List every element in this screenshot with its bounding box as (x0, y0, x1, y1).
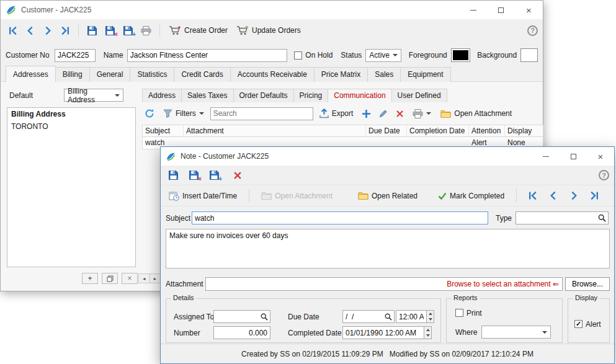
foreground-color-button[interactable] (451, 48, 470, 62)
nav-prev-button[interactable] (546, 190, 561, 202)
tab-credit-cards[interactable]: Credit Cards (174, 67, 230, 82)
help-button[interactable]: ? (599, 170, 609, 180)
col-subject[interactable]: Subject (143, 125, 184, 137)
where-select[interactable] (481, 326, 551, 339)
attachment-input[interactable] (206, 280, 447, 288)
minimize-button[interactable] (459, 1, 487, 19)
assigned-to-input[interactable] (216, 311, 259, 322)
alert-checkbox[interactable] (574, 320, 583, 328)
scroll-right-icon[interactable]: ▸ (150, 274, 161, 283)
time-spinner[interactable] (427, 310, 434, 323)
save-new-button[interactable]: + (120, 24, 136, 37)
completed-date-input[interactable] (342, 326, 424, 339)
create-order-button[interactable]: Create Order (166, 24, 231, 37)
note-textarea[interactable]: Make sure no invoices over 60 days (166, 229, 610, 269)
attachment-field[interactable]: Browse to select an attachment ⇐ (205, 277, 563, 291)
print-checkbox[interactable] (455, 309, 463, 317)
background-color-button[interactable] (520, 48, 538, 62)
nav-last-button[interactable] (58, 25, 73, 37)
delete-note-button[interactable] (231, 170, 244, 181)
help-button[interactable]: ? (527, 25, 538, 36)
on-hold-checkbox[interactable] (294, 51, 302, 60)
col-attention[interactable]: Attention (469, 125, 505, 137)
nav-next-button[interactable] (40, 25, 55, 37)
close-button[interactable]: × (515, 1, 543, 19)
col-completion-date[interactable]: Completion Date (407, 125, 469, 137)
print-button[interactable] (138, 25, 154, 37)
update-orders-button[interactable]: Update Orders (233, 24, 304, 37)
search-icon[interactable] (261, 313, 268, 321)
due-date-field[interactable] (342, 310, 395, 323)
due-date-input[interactable] (345, 311, 383, 322)
assigned-to-field[interactable] (213, 310, 270, 323)
browse-button[interactable]: Browse... (565, 277, 610, 291)
add-note-button[interactable] (359, 108, 373, 120)
address-listbox[interactable]: Billing Address TORONTO (7, 107, 136, 267)
subtab-communication[interactable]: Communication (328, 89, 391, 102)
open-related-button[interactable]: Open Related (355, 190, 421, 202)
h-scrollbar[interactable]: ◂ ▸ (138, 273, 161, 283)
col-due-date[interactable]: Due Date (366, 125, 407, 137)
nav-next-button[interactable] (566, 190, 581, 202)
save-button[interactable] (166, 169, 181, 182)
print-notes-button[interactable] (409, 107, 434, 120)
delete-address-button[interactable]: × (122, 273, 138, 284)
edit-note-button[interactable] (377, 108, 390, 119)
delete-note-button[interactable] (393, 109, 406, 119)
subtab-address[interactable]: Address (142, 89, 182, 102)
customer-no-input[interactable] (55, 49, 96, 62)
save-new-button[interactable]: + (207, 169, 222, 182)
status-select[interactable]: Active (365, 49, 401, 62)
list-item[interactable]: TORONTO (7, 120, 135, 133)
completed-date-field[interactable] (342, 326, 432, 339)
subtab-order-defaults[interactable]: Order Defaults (233, 89, 294, 102)
search-input[interactable] (210, 107, 313, 120)
number-input[interactable] (213, 326, 270, 339)
tab-general[interactable]: General (89, 67, 131, 82)
maximize-button[interactable] (560, 147, 587, 166)
subtab-pricing[interactable]: Pricing (293, 89, 329, 102)
insert-datetime-button[interactable]: Insert Date/Time (166, 189, 240, 203)
export-button[interactable]: Export (316, 107, 357, 120)
tab-addresses[interactable]: Addresses (6, 66, 56, 82)
add-address-button[interactable]: + (82, 273, 98, 284)
name-input[interactable] (127, 49, 288, 62)
tab-statistics[interactable]: Statistics (130, 67, 174, 82)
col-attachment[interactable]: Attachment (184, 125, 366, 137)
subtab-user-defined[interactable]: User Defined (391, 89, 447, 102)
refresh-button[interactable] (142, 107, 157, 120)
date-spinner[interactable] (424, 326, 432, 339)
tab-price-matrix[interactable]: Price Matrix (314, 67, 368, 82)
open-attachment-button[interactable]: Open Attachment (437, 107, 515, 120)
search-icon[interactable] (385, 313, 392, 321)
copy-address-button[interactable] (102, 273, 118, 284)
nav-first-button[interactable] (6, 25, 20, 37)
maximize-button[interactable] (487, 1, 515, 19)
tab-accounts-receivable[interactable]: Accounts Receivable (230, 67, 315, 82)
save-close-button[interactable]: × (102, 24, 118, 37)
tab-equipment[interactable]: Equipment (400, 67, 450, 82)
type-field[interactable] (516, 211, 609, 224)
nav-prev-button[interactable] (23, 25, 38, 37)
type-input[interactable] (518, 212, 596, 224)
default-address-select[interactable]: Billing Address (64, 89, 123, 102)
spinner-up-icon[interactable] (427, 311, 434, 317)
minimize-button[interactable] (532, 147, 560, 166)
spinner-up-icon[interactable] (424, 327, 431, 333)
due-time-input[interactable] (396, 310, 427, 323)
save-button[interactable] (84, 24, 100, 37)
list-item[interactable]: Billing Address (7, 108, 135, 120)
subject-input[interactable] (192, 211, 488, 224)
mark-completed-button[interactable]: Mark Completed (435, 190, 507, 202)
spinner-down-icon[interactable] (424, 333, 431, 339)
due-time-field[interactable] (396, 310, 434, 323)
subtab-sales-taxes[interactable]: Sales Taxes (181, 89, 233, 102)
search-icon[interactable] (598, 214, 606, 222)
tab-billing[interactable]: Billing (55, 67, 90, 82)
nav-last-button[interactable] (587, 190, 602, 202)
save-close-button[interactable]: × (186, 169, 202, 182)
spinner-down-icon[interactable] (427, 317, 434, 323)
filters-button[interactable]: Filters (160, 107, 207, 120)
scroll-left-icon[interactable]: ◂ (139, 274, 150, 283)
col-display[interactable]: Display (505, 125, 543, 137)
